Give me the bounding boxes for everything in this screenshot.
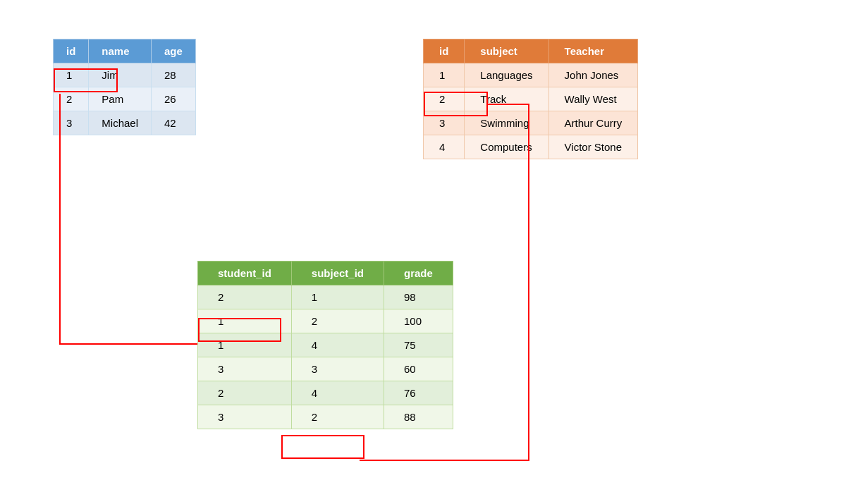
courses-col-id: id [424,39,465,63]
grades-col-subject-id: subject_id [291,262,384,285]
table-row: 3SwimmingArthur Curry [424,111,638,135]
students-table-wrapper: id name age 1Jim282Pam263Michael42 [53,39,196,135]
table-row: 3360 [198,357,453,381]
grades-table: student_id subject_id grade 219812100147… [197,261,453,429]
highlight-grades-subjectid2 [281,435,364,459]
courses-table-wrapper: id subject Teacher 1LanguagesJohn Jones2… [423,39,638,159]
table-row: 1Jim28 [54,63,196,87]
table-row: 1475 [198,333,453,357]
table-row: 3Michael42 [54,111,196,135]
table-row: 1LanguagesJohn Jones [424,63,638,87]
table-row: 2Pam26 [54,87,196,111]
table-row: 12100 [198,309,453,333]
students-col-name: name [89,39,152,63]
courses-col-subject: subject [465,39,548,63]
grades-col-student-id: student_id [198,262,292,285]
courses-table: id subject Teacher 1LanguagesJohn Jones2… [423,39,638,159]
table-row: 3288 [198,405,453,429]
grades-table-wrapper: student_id subject_id grade 219812100147… [197,261,453,429]
courses-col-teacher: Teacher [548,39,638,63]
grades-col-grade: grade [384,262,453,285]
students-col-age: age [152,39,196,63]
table-row: 2198 [198,285,453,309]
table-row: 2476 [198,381,453,405]
students-table: id name age 1Jim282Pam263Michael42 [53,39,196,135]
students-col-id: id [54,39,89,63]
table-row: 2TrackWally West [424,87,638,111]
table-row: 4ComputersVictor Stone [424,135,638,159]
